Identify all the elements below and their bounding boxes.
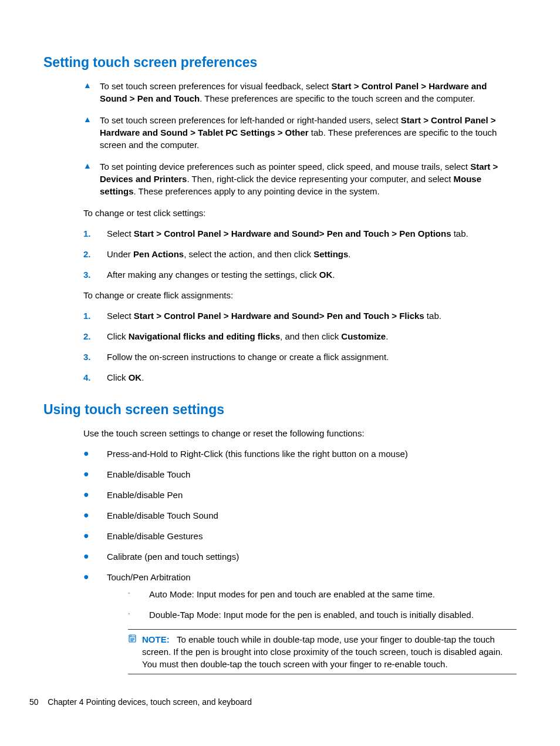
- body-text: Use the touch screen settings to change …: [83, 427, 517, 439]
- body-text: Touch/Pen Arbitration ◦Auto Mode: Input …: [107, 571, 517, 674]
- circle-icon: ◦: [128, 588, 149, 599]
- list-item: ● Touch/Pen Arbitration ◦Auto Mode: Inpu…: [83, 571, 517, 674]
- bullet-icon: ●: [83, 468, 107, 479]
- body-text: Click Navigational flicks and editing fl…: [107, 330, 517, 342]
- list-number: 2.: [83, 248, 107, 260]
- heading-setting-preferences: Setting touch screen preferences: [43, 53, 517, 72]
- bullet-icon: ●: [83, 448, 107, 459]
- body-text: Enable/disable Gestures: [107, 530, 517, 542]
- sub-list: ◦Auto Mode: Input modes for pen and touc…: [128, 588, 517, 621]
- body-text: Select Start > Control Panel > Hardware …: [107, 310, 517, 322]
- list-item: ▲ To set touch screen preferences for le…: [83, 114, 517, 151]
- body-text: To change or create flick assignments:: [83, 289, 517, 301]
- list-item: ▲ To set pointing device preferences suc…: [83, 160, 517, 197]
- list-item: ◦Double-Tap Mode: Input mode for the pen…: [128, 609, 517, 621]
- body-text: Press-and-Hold to Right-Click (this func…: [107, 448, 517, 460]
- list-number: 3.: [83, 268, 107, 281]
- triangle-list: ▲ To set touch screen preferences for vi…: [83, 80, 517, 197]
- heading-using-settings: Using touch screen settings: [43, 400, 517, 419]
- list-item: 3. Follow the on-screen instructions to …: [83, 351, 517, 363]
- body-text: Enable/disable Touch: [107, 468, 517, 480]
- numbered-list: 1. Select Start > Control Panel > Hardwa…: [83, 227, 517, 281]
- list-number: 2.: [83, 330, 107, 342]
- list-item: 3. After making any changes or testing t…: [83, 268, 517, 281]
- body-text: Follow the on-screen instructions to cha…: [107, 351, 517, 363]
- list-item: 1. Select Start > Control Panel > Hardwa…: [83, 227, 517, 240]
- body-text: To set touch screen preferences for visu…: [100, 80, 517, 105]
- body-text: After making any changes or testing the …: [107, 268, 517, 281]
- body-text: Select Start > Control Panel > Hardware …: [107, 227, 517, 240]
- body-text: Click OK.: [107, 371, 517, 384]
- chapter-label: Chapter 4 Pointing devices, touch screen…: [48, 697, 252, 707]
- body-text: Under Pen Actions, select the action, an…: [107, 248, 517, 260]
- list-item: ◦Auto Mode: Input modes for pen and touc…: [128, 588, 517, 600]
- body-text: Double-Tap Mode: Input mode for the pen …: [149, 609, 517, 621]
- triangle-icon: ▲: [83, 160, 100, 172]
- list-item: 4. Click OK.: [83, 371, 517, 384]
- list-number: 4.: [83, 371, 107, 384]
- list-number: 1.: [83, 310, 107, 322]
- list-number: 1.: [83, 227, 107, 240]
- list-number: 3.: [83, 351, 107, 363]
- list-item: ●Enable/disable Gestures: [83, 530, 517, 542]
- list-item: ●Press-and-Hold to Right-Click (this fun…: [83, 448, 517, 460]
- body-text: To set touch screen preferences for left…: [100, 114, 517, 151]
- page-number: 50: [29, 697, 39, 707]
- body-text: Calibrate (pen and touch settings): [107, 550, 517, 563]
- list-item: 2. Click Navigational flicks and editing…: [83, 330, 517, 342]
- bullet-list: ●Press-and-Hold to Right-Click (this fun…: [83, 448, 517, 674]
- list-item: ●Enable/disable Pen: [83, 489, 517, 501]
- note-text: NOTE: To enable touch while in double-ta…: [142, 633, 517, 670]
- list-item: ●Enable/disable Touch Sound: [83, 509, 517, 522]
- body-text: To set pointing device preferences such …: [100, 160, 517, 197]
- body-text: Enable/disable Touch Sound: [107, 509, 517, 522]
- bullet-icon: ●: [83, 571, 107, 582]
- list-item: 2. Under Pen Actions, select the action,…: [83, 248, 517, 260]
- list-item: ●Calibrate (pen and touch settings): [83, 550, 517, 563]
- triangle-icon: ▲: [83, 114, 100, 126]
- bullet-icon: ●: [83, 530, 107, 541]
- bullet-icon: ●: [83, 489, 107, 500]
- circle-icon: ◦: [128, 609, 149, 619]
- list-item: ●Enable/disable Touch: [83, 468, 517, 480]
- body-text: Auto Mode: Input modes for pen and touch…: [149, 588, 517, 600]
- triangle-icon: ▲: [83, 80, 100, 92]
- note-callout: NOTE: To enable touch while in double-ta…: [128, 629, 517, 674]
- numbered-list: 1. Select Start > Control Panel > Hardwa…: [83, 310, 517, 384]
- document-page: Setting touch screen preferences ▲ To se…: [0, 0, 560, 746]
- note-icon: [128, 634, 142, 646]
- page-footer: 50 Chapter 4 Pointing devices, touch scr…: [29, 697, 252, 708]
- body-text: Enable/disable Pen: [107, 489, 517, 501]
- bullet-icon: ●: [83, 550, 107, 562]
- body-text: To change or test click settings:: [83, 207, 517, 219]
- bullet-icon: ●: [83, 509, 107, 520]
- list-item: 1. Select Start > Control Panel > Hardwa…: [83, 310, 517, 322]
- list-item: ▲ To set touch screen preferences for vi…: [83, 80, 517, 105]
